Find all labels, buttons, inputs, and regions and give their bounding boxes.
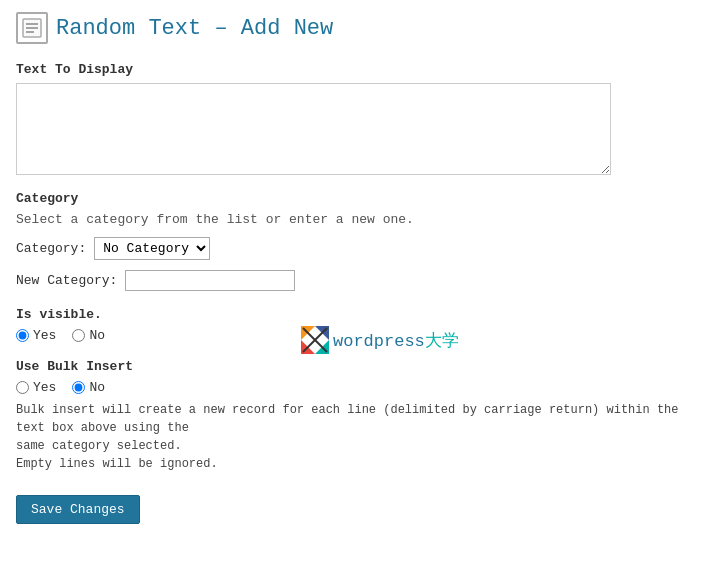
is-visible-yes-option[interactable]: Yes xyxy=(16,328,56,343)
bulk-insert-note: Bulk insert will create a new record for… xyxy=(16,401,710,473)
bulk-no-label: No xyxy=(89,380,105,395)
bulk-no-radio[interactable] xyxy=(72,381,85,394)
category-label: Category: xyxy=(16,241,86,256)
wp-logo-wrapper: wordpress大学 xyxy=(301,326,459,354)
new-category-label: New Category: xyxy=(16,273,117,288)
plugin-icon xyxy=(16,12,48,44)
save-button[interactable]: Save Changes xyxy=(16,495,140,524)
new-category-row: New Category: xyxy=(16,270,710,291)
bulk-insert-radio-row: Yes No xyxy=(16,380,710,395)
is-visible-no-radio[interactable] xyxy=(72,329,85,342)
wp-logo-area: wordpress大学 xyxy=(301,326,459,354)
category-section-label: Category xyxy=(16,191,710,206)
bulk-no-option[interactable]: No xyxy=(72,380,105,395)
category-description: Select a category from the list or enter… xyxy=(16,212,710,227)
page-wrapper: Random Text – Add New Text To Display Ca… xyxy=(0,0,726,561)
wp-logo-text: wordpress大学 xyxy=(333,329,459,352)
is-visible-no-label: No xyxy=(89,328,105,343)
category-row: Category: No Category xyxy=(16,237,710,260)
bulk-note-line2: same category selected. xyxy=(16,439,182,453)
is-visible-label: Is visible. xyxy=(16,307,710,322)
is-visible-no-option[interactable]: No xyxy=(72,328,105,343)
bulk-yes-radio[interactable] xyxy=(16,381,29,394)
text-display-input[interactable] xyxy=(16,83,611,175)
bulk-note-line3: Empty lines will be ignored. xyxy=(16,457,218,471)
text-display-section: Text To Display xyxy=(16,62,710,175)
bulk-yes-option[interactable]: Yes xyxy=(16,380,56,395)
is-visible-yes-radio[interactable] xyxy=(16,329,29,342)
bulk-note-line1: Bulk insert will create a new record for… xyxy=(16,403,679,435)
bulk-insert-section: Use Bulk Insert Yes No Bulk insert will … xyxy=(16,359,710,473)
text-display-label: Text To Display xyxy=(16,62,710,77)
bulk-yes-label: Yes xyxy=(33,380,56,395)
category-select[interactable]: No Category xyxy=(94,237,210,260)
bulk-insert-label: Use Bulk Insert xyxy=(16,359,710,374)
wp-logo-icon xyxy=(301,326,329,354)
content-area: Text To Display Category Select a catego… xyxy=(16,62,710,524)
category-section: Category Select a category from the list… xyxy=(16,191,710,291)
page-title-row: Random Text – Add New xyxy=(16,12,710,44)
is-visible-yes-label: Yes xyxy=(33,328,56,343)
new-category-input[interactable] xyxy=(125,270,295,291)
page-title: Random Text – Add New xyxy=(56,16,333,41)
